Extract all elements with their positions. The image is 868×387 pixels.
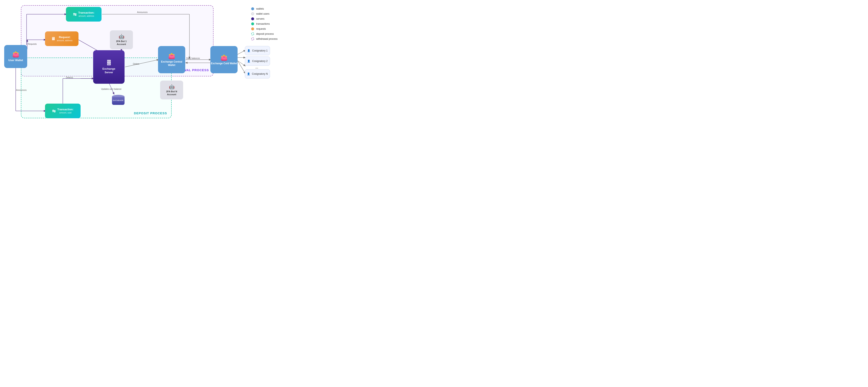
database-cylinder: DATABASE xyxy=(112,95,125,106)
arrow-label-updates-balance: Updates user balance xyxy=(101,88,121,90)
exchange-server-node: 🗄 ExchangeServer xyxy=(93,50,125,84)
legend-dot-users xyxy=(251,12,254,15)
diagram-container: WITHDRAWAL PROCESS DEPOSIT PROCESS xyxy=(1,1,290,129)
legend-item-withdrawal: withdrawal process xyxy=(251,37,287,40)
request-sub: amount, address xyxy=(57,39,73,42)
legend-dot-withdrawal xyxy=(251,37,254,40)
cosign-label: Cosignatory N xyxy=(252,72,268,75)
arrow-label-announces-bottom: Announces xyxy=(16,89,27,91)
transaction-bottom-sub: amount, uuid xyxy=(57,111,73,114)
legend-dot-transactions xyxy=(251,22,254,25)
user-wallet-label: User Wallet xyxy=(8,59,23,62)
legend-item-transactions: transactions xyxy=(251,22,287,25)
bot1-node: 🤖 2FA Bot 1Account xyxy=(110,30,133,49)
central-wallet-label: Exchange Central Wallet xyxy=(158,60,185,67)
legend-item-deposit: deposit process xyxy=(251,32,287,35)
central-wallet-node: 👛 Exchange Central Wallet xyxy=(158,46,185,73)
legend-item-requests: requests xyxy=(251,27,287,30)
legend: wallets wallet users servers transaction… xyxy=(251,7,287,42)
cosig1-label: Cosignatory 1 xyxy=(252,49,268,52)
database-node: DATABASE xyxy=(110,93,127,108)
legend-item-users: wallet users xyxy=(251,12,287,15)
deposit-label: DEPOSIT PROCESS xyxy=(134,111,167,115)
legend-label-servers: servers xyxy=(256,18,265,20)
arrow-label-detects: Detects xyxy=(66,76,73,79)
arrow-label-requests: Requests xyxy=(28,43,37,45)
cosignatoryn-node: 👤 Cosignatory N xyxy=(245,69,270,78)
cosig-dots: ... xyxy=(255,66,258,69)
cosignatory1-node: 👤 Cosignatory 1 xyxy=(245,46,270,55)
botn-label: 2FA Bot NAccount xyxy=(166,90,177,96)
svg-line-19 xyxy=(238,61,245,66)
legend-dot-servers xyxy=(251,18,254,20)
central-wallet-icon: 👛 xyxy=(168,53,176,59)
user-wallet-node: 👛 User Wallet xyxy=(4,45,27,68)
db-label: DATABASE xyxy=(112,99,125,101)
transaction-top-icon: ⇆ xyxy=(73,12,76,17)
botn-node: 🤖 2FA Bot NAccount xyxy=(160,80,183,99)
legend-dot-deposit xyxy=(251,32,254,35)
legend-label-transactions: transactions xyxy=(256,22,270,25)
transaction-top-label: Transaction: xyxy=(78,11,94,14)
cosign-icon: 👤 xyxy=(247,72,250,75)
legend-dot-wallets xyxy=(251,7,254,10)
legend-label-withdrawal: withdrawal process xyxy=(256,37,278,40)
legend-label-wallets: wallets xyxy=(256,7,264,10)
cold-wallet-node: 👛 Exchange Cold Wallet xyxy=(210,46,238,73)
arrow-label-daily-balances: Daily balances xyxy=(186,57,200,59)
legend-item-servers: servers xyxy=(251,18,287,20)
request-label: Request: xyxy=(57,36,73,39)
transaction-top-sub: amount, address xyxy=(78,14,94,18)
wallet-icon: 👛 xyxy=(12,51,20,58)
legend-item-wallets: wallets xyxy=(251,7,287,10)
svg-line-17 xyxy=(238,50,245,55)
cosig1-icon: 👤 xyxy=(247,49,250,52)
cosignatory2-node: 👤 Cosignatory 2 xyxy=(245,57,270,66)
server-icon: 🗄 xyxy=(106,60,112,66)
transaction-bottom-label: Transaction: xyxy=(57,108,73,111)
transaction-bottom-icon: ⇆ xyxy=(52,108,56,114)
transaction-top-node: ⇆ Transaction: amount, address xyxy=(66,7,101,22)
cold-wallet-label: Exchange Cold Wallet xyxy=(211,62,237,65)
cold-wallet-icon: 👛 xyxy=(220,54,228,61)
cosig2-icon: 👤 xyxy=(247,60,250,63)
request-icon: 🖥 xyxy=(51,36,55,41)
bot1-icon: 🤖 xyxy=(119,34,124,39)
transaction-bottom-node: ⇆ Transaction: amount, uuid xyxy=(45,104,81,118)
cosig2-label: Cosignatory 2 xyxy=(252,60,268,63)
svg-line-20 xyxy=(238,61,245,73)
legend-label-deposit: deposit process xyxy=(256,32,274,35)
request-node: 🖥 Request: amount, address xyxy=(45,31,79,46)
bot1-label: 2FA Bot 1Account xyxy=(116,40,127,46)
legend-label-users: wallet users xyxy=(256,12,269,15)
botn-icon: 🤖 xyxy=(169,84,175,90)
exchange-server-label: ExchangeServer xyxy=(102,67,115,74)
arrow-label-orders: Orders xyxy=(133,63,140,65)
legend-label-requests: requests xyxy=(256,27,266,30)
legend-dot-requests xyxy=(251,27,254,30)
arrow-label-announces-top: Announces xyxy=(137,11,148,13)
